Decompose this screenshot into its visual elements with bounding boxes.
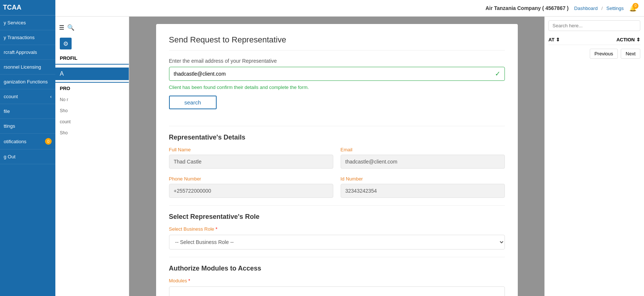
sidebar-item-approvals[interactable]: rcraft Approvals	[0, 45, 55, 60]
settings-link[interactable]: Settings	[606, 6, 624, 11]
phone-field	[169, 184, 333, 198]
search-button[interactable]: search	[169, 96, 217, 109]
show-label-1: Sho	[55, 105, 129, 116]
modal-overlay: Send Request to Representative Enter the…	[129, 17, 544, 296]
menu-icon[interactable]: ☰	[59, 24, 64, 31]
main-area: Air Tanzania Company ( 4567867 ) Dashboa…	[55, 0, 644, 296]
phone-label: Phone Number	[169, 176, 333, 182]
email-display-field	[341, 155, 505, 169]
show-label-2: Sho	[55, 127, 129, 138]
sidebar-logo: TCAA	[0, 0, 55, 16]
count-label: count	[55, 116, 129, 127]
sidebar-item-licensing[interactable]: rsonnel Licensing	[0, 60, 55, 75]
rep-details-title: Representative's Details	[169, 134, 505, 141]
pagination: Previous Next	[548, 49, 640, 59]
chevron-icon: ‹	[50, 94, 52, 99]
sidebar-item-logout[interactable]: g Out	[0, 149, 55, 164]
modules-label: Modules *	[169, 278, 505, 283]
no-records: No r	[55, 94, 129, 105]
full-name-group: Full Name	[169, 147, 333, 169]
at-column-header: AT ⇕	[548, 37, 560, 42]
email-label-field: Email	[341, 147, 505, 152]
sidebar-item-notifications[interactable]: otifications 0	[0, 134, 55, 149]
gear-button[interactable]: ⚙	[60, 38, 72, 49]
sidebar-item-org-functions[interactable]: ganization Functions	[0, 75, 55, 89]
required-star: *	[216, 226, 217, 232]
nav-separator: /	[601, 6, 603, 11]
dashboard-link[interactable]: Dashboard	[574, 6, 598, 11]
modal-title: Send Request to Representative	[169, 35, 505, 51]
modules-section-title: Authorize Modules to Access	[169, 265, 505, 272]
notification-count: 0	[633, 3, 638, 9]
full-name-label: Full Name	[169, 147, 333, 152]
pro-section: PRO	[55, 82, 129, 94]
details-row-2: Phone Number Id Number	[169, 176, 505, 198]
email-input-wrapper: ✓	[169, 67, 505, 81]
representative-email-input[interactable]	[169, 67, 505, 81]
sub-search-icon[interactable]: 🔍	[67, 24, 75, 31]
notification-badge: 0	[45, 138, 52, 145]
section-divider-3	[169, 257, 505, 257]
modules-input[interactable]	[169, 286, 505, 296]
topbar: Air Tanzania Company ( 4567867 ) Dashboa…	[55, 0, 644, 17]
email-valid-icon: ✓	[495, 70, 500, 78]
sort-icon-action[interactable]: ⇕	[636, 37, 640, 42]
section-divider-2	[169, 205, 505, 206]
sidebar: TCAA y Services y Transactions rcraft Ap…	[0, 0, 55, 296]
previous-button[interactable]: Previous	[590, 49, 618, 59]
right-panel: AT ⇕ ACTION ⇕ Previous Next	[544, 17, 644, 296]
modules-required-star: *	[188, 278, 190, 283]
business-role-group: Select Business Role * -- Select Busines…	[169, 226, 505, 249]
sidebar-item-settings[interactable]: ttings	[0, 119, 55, 134]
business-role-label: Select Business Role *	[169, 226, 505, 232]
profile-tab[interactable]: PROFIL	[55, 52, 129, 65]
id-label: Id Number	[341, 176, 505, 182]
full-name-field	[169, 155, 333, 169]
right-table-header: AT ⇕ ACTION ⇕	[548, 35, 640, 45]
sub-nav: ☰ 🔍 ⚙ PROFIL A PRO No r	[55, 17, 129, 296]
modal-dialog: Send Request to Representative Enter the…	[156, 24, 518, 296]
topbar-nav: Dashboard / Settings	[574, 6, 624, 11]
client-found-message: Client has been found confirm their deta…	[169, 85, 505, 90]
section-divider-1	[169, 126, 505, 126]
right-panel-search[interactable]	[548, 20, 640, 31]
notification-icon[interactable]: 🔔 0	[629, 5, 637, 12]
email-instruction: Enter the email address of your Represen…	[169, 58, 505, 64]
page-content: Send Request to Representative Enter the…	[129, 17, 544, 296]
sidebar-item-profile[interactable]: file	[0, 104, 55, 119]
id-group: Id Number	[341, 176, 505, 198]
role-section-title: Select Representative's Role	[169, 213, 505, 221]
company-name: Air Tanzania Company ( 4567867 )	[485, 5, 568, 11]
details-row-1: Full Name Email	[169, 147, 505, 169]
id-field	[341, 184, 505, 198]
sort-icon-at[interactable]: ⇕	[556, 37, 560, 42]
phone-group: Phone Number	[169, 176, 333, 198]
sidebar-item-account[interactable]: ccount ‹	[0, 89, 55, 104]
next-button[interactable]: Next	[621, 49, 640, 59]
content-row: ☰ 🔍 ⚙ PROFIL A PRO No r	[55, 17, 644, 296]
action-column-header: ACTION ⇕	[616, 37, 640, 42]
add-button[interactable]: A	[55, 68, 129, 80]
modules-group: Modules *	[169, 278, 505, 296]
sidebar-item-transactions[interactable]: y Transactions	[0, 30, 55, 45]
email-group: Email	[341, 147, 505, 169]
business-role-select[interactable]: -- Select Business Role -- Manager Direc…	[169, 235, 505, 249]
sidebar-item-services[interactable]: y Services	[0, 16, 55, 30]
